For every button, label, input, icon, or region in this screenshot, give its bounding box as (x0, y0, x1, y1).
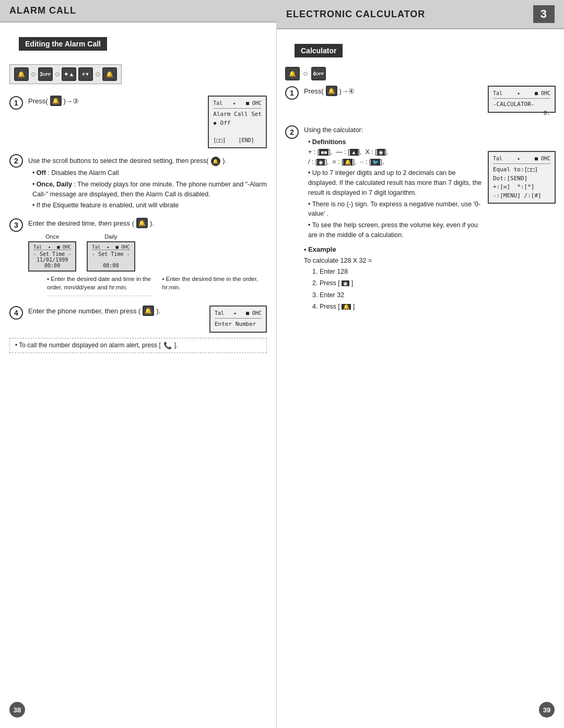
left-header: ALARM CALL (0, 0, 276, 22)
calc-step2-content: Using the calculator: Definitions + : [■… (304, 125, 483, 313)
step4-text: Enter the phone number, then press ( (28, 307, 140, 315)
calc-bullet-digits: Up to 7 integer digits and up to 2 decim… (308, 168, 483, 197)
step2-text: Use the scroll buttons to select the des… (28, 156, 267, 166)
step3-row: 3 Enter the desired time, then press ( 🔔… (9, 218, 267, 300)
page-badge-39: 39 (539, 702, 555, 718)
right-panel: ELECTRONIC CALCULATOR 3 Calculator 🔔 ○ 4… (277, 0, 564, 728)
bottom-note: • To call the number displayed on alarm … (9, 338, 267, 353)
step4-end: ). (156, 307, 160, 315)
calc-step1-circle: 1 (285, 86, 299, 100)
calc-bullet-help: To see the help screen, press the volume… (308, 220, 483, 240)
step4-content: Enter the phone number, then press ( 🔔 )… (28, 306, 204, 316)
lcd1: Tal✦■ OHC Alarm Call Set◆ Off [□□] [END] (208, 96, 267, 148)
step3-icon: 🔔 (136, 218, 148, 228)
calc-lcd1-content: -CALCULATOR- 0. (493, 100, 550, 109)
step1-arrow: )→③ (64, 97, 79, 105)
enter-lcd-header: Tal✦■ OHC (215, 309, 262, 319)
calc-step2-circle: 2 (285, 125, 299, 139)
bullet-once-daily: Once, Daily : The melody plays for one m… (32, 180, 267, 199)
step3-note1: • Enter the desired date and time in the… (47, 275, 152, 300)
left-title: ALARM CALL (9, 5, 76, 16)
left-panel: ALARM CALL Editing the Alarm Call 🔔 ○ 3O… (0, 0, 277, 728)
step3-content: Enter the desired time, then press ( 🔔 )… (28, 218, 267, 300)
icon-hash: #▼ (78, 67, 93, 81)
step3-end: ). (150, 219, 154, 227)
right-title: ELECTRONIC CALCULATOR (286, 9, 425, 20)
enter-lcd: Tal✦■ OHC Enter Number (209, 306, 267, 333)
calc-lcd2: Tal✦■ OHC Equal to:[□□] Dot:[SEND] +:[✉]… (488, 151, 556, 204)
lcd1-header: Tal✦■ OHC (213, 99, 262, 109)
lcd1-content: Alarm Call Set◆ Off [□□] [END] (213, 110, 262, 145)
step4-row: 4 Enter the phone number, then press ( 🔔… (9, 306, 267, 333)
bullet-off: Off : Disables the Alarm Call (32, 168, 267, 178)
step1-icon: 🔔 (50, 96, 62, 106)
step2-icon: 🔔 (211, 157, 220, 166)
step3-notes: • Enter the desired date and time in the… (47, 275, 267, 300)
step2-bullets: Off : Disables the Alarm Call Once, Dail… (28, 168, 267, 210)
right-page-num: 3 (533, 5, 555, 23)
page-badge-38: 38 (9, 702, 25, 718)
calc-lcd2-content: Equal to:[□□] Dot:[SEND] +:[✉] *:[*] -:[… (493, 166, 550, 200)
icon-bell: 🔔 (14, 67, 29, 81)
daily-lcd: Tal✦■ OHC - Set Time -00:00 (87, 241, 135, 272)
step2-row: 2 Use the scroll buttons to select the d… (9, 154, 267, 213)
calc-step2-bullets: Definitions + : [■■], — : [▲], X : [◉], … (304, 137, 483, 240)
step2-content: Use the scroll buttons to select the des… (28, 154, 267, 213)
step4-circle: 4 (9, 306, 23, 320)
calc-step1-row: 1 Press( 🔔 )→④ Tal✦■ OHC -CALCULATOR (285, 86, 556, 118)
once-lcd: Tal✦■ OHC - Set Time -11/01/199900:00 (28, 241, 76, 272)
bottom-badges-right: 39 (277, 702, 564, 718)
calc-step1-arrow: )→④ (339, 87, 355, 95)
step3-circle: 3 (9, 218, 23, 232)
calc-step2-main: Using the calculator: (304, 125, 483, 135)
daily-col: Daily Tal✦■ OHC - Set Time -00:00 (87, 233, 135, 272)
once-col: Once Tal✦■ OHC - Set Time -11/01/199900:… (28, 233, 76, 272)
example-title: • Example (304, 245, 483, 253)
calc-bullet-negative: There is no (-) sign. To express a negat… (308, 199, 483, 219)
step4-icon: 🔔 (143, 306, 154, 316)
once-label: Once (28, 233, 76, 240)
step1-circle: 1 (9, 96, 23, 110)
calc-step1-text: Press( (304, 87, 324, 95)
icon-star: ✦▲ (62, 67, 76, 81)
example-steps: 1. Enter 128 2. Press [ ◉ ] 3. Enter 32 … (304, 266, 483, 313)
icon-row-alarm: 🔔 ○ 3OFF ○ ✦▲ #▼ ○ 🔔 (9, 64, 122, 84)
icon-3: 3OFF (38, 67, 53, 81)
example-block: • Example To calculate 128 X 32 = 1. Ent… (304, 245, 483, 313)
example-desc: To calculate 128 X 32 = (304, 255, 483, 266)
example-step4: 4. Press [ 🔔 ] (312, 301, 483, 313)
calc-bell-icon: 🔔 (285, 67, 300, 80)
calc-bullet-defs: Definitions + : [■■], — : [▲], X : [◉], … (308, 137, 483, 167)
calc-step1-icon: 🔔 (326, 86, 337, 96)
step2-circle: 2 (9, 154, 23, 168)
right-header: ELECTRONIC CALCULATOR 3 (277, 0, 564, 29)
step3-text: Enter the desired time, then press ( (28, 219, 134, 227)
phone-icon: 📞 (163, 342, 172, 349)
step1-content: Press( 🔔 )→③ (28, 96, 203, 106)
step1-text: Press( (28, 97, 48, 105)
enter-lcd-content: Enter Number (215, 320, 262, 329)
bullet-etiquette: If the Etiquette feature is enabled, uni… (32, 201, 267, 210)
daily-label: Daily (87, 233, 135, 240)
calc-lcd1-header: Tal✦■ OHC (493, 89, 550, 99)
calc-step1-content: Press( 🔔 )→④ (304, 86, 483, 96)
calc-icon-row: 🔔 ○ 4OFF (285, 67, 556, 80)
example-step3: 3. Enter 32 (312, 289, 483, 301)
example-step2: 2. Press [ ◉ ] (312, 277, 483, 289)
section-title-calc: Calculator (295, 44, 343, 57)
icon-bell2: 🔔 (102, 67, 117, 81)
bottom-badges-left: 38 (0, 702, 276, 718)
calc-4-icon: 4OFF (311, 67, 326, 80)
step1-row: 1 Press( 🔔 )→③ Tal✦■ OHC Alarm Call (9, 96, 267, 148)
bottom-note-text: • To call the number displayed on alarm … (15, 342, 161, 349)
step3-note2: • Enter the desired time in the order, h… (162, 275, 267, 300)
calc-lcd2-header: Tal✦■ OHC (493, 155, 550, 164)
calc-lcd1: Tal✦■ OHC -CALCULATOR- 0. (488, 86, 556, 118)
section-title-alarm: Editing the Alarm Call (19, 37, 107, 51)
example-step1: 1. Enter 128 (312, 266, 483, 278)
calc-step2-row: 2 Using the calculator: Definitions + : … (285, 125, 556, 313)
